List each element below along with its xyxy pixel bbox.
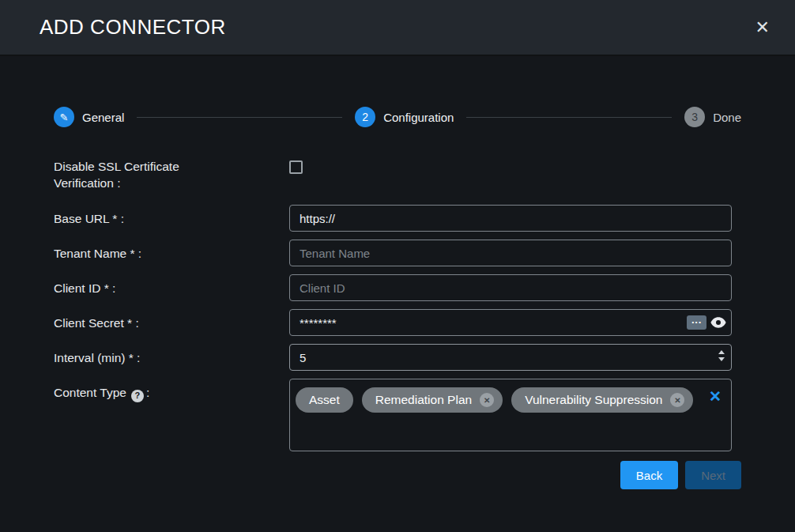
stepper: ✎ General 2 Configuration 3 Done — [54, 107, 741, 127]
interval-input[interactable] — [289, 344, 732, 371]
step-done: 3 Done — [684, 107, 741, 127]
next-button[interactable]: Next — [685, 461, 741, 489]
step-configuration-label: Configuration — [383, 111, 454, 124]
ellipsis-icon: ··· — [691, 316, 702, 328]
content-type-label-text: Content Type — [54, 386, 126, 399]
content-type-row: Content Type?: Asset Remediation Plan ✕ — [54, 379, 741, 451]
eye-icon — [710, 319, 726, 330]
base-url-input[interactable] — [289, 205, 732, 232]
interval-stepper[interactable] — [717, 348, 726, 364]
interval-label: Interval (min) * : — [54, 344, 289, 366]
close-icon: ✕ — [755, 17, 770, 37]
back-button[interactable]: Back — [620, 461, 678, 489]
step-connector-line — [137, 117, 342, 118]
help-icon[interactable]: ? — [131, 390, 144, 402]
step-3-badge: 3 — [684, 107, 705, 127]
step-done-label: Done — [713, 111, 741, 124]
interval-field — [289, 344, 732, 371]
ssl-field — [289, 158, 732, 177]
tag-label: Vulnerability Suppression — [525, 393, 662, 407]
ssl-row: Disable SSL Certificate Verification : — [54, 158, 741, 191]
secret-more-button[interactable]: ··· — [687, 315, 706, 330]
chevron-down-icon[interactable] — [718, 357, 725, 361]
clear-icon: ✕ — [709, 388, 722, 405]
tag-label: Remediation Plan — [375, 393, 472, 407]
interval-row: Interval (min) * : — [54, 344, 741, 371]
step-2-badge: 2 — [355, 107, 375, 127]
step-connector-line — [466, 117, 672, 118]
chevron-up-icon[interactable] — [718, 350, 725, 354]
client-id-field — [289, 274, 732, 301]
tenant-name-field — [289, 240, 732, 266]
ssl-label: Disable SSL Certificate Verification : — [54, 158, 289, 191]
tag-remove-icon[interactable]: ✕ — [670, 393, 684, 407]
footer-actions: Back Next — [54, 461, 741, 489]
content-type-field: Asset Remediation Plan ✕ Vulnerability S… — [289, 379, 732, 451]
modal-body: ✎ General 2 Configuration 3 Done Disable… — [0, 56, 795, 532]
modal-title: ADD CONNECTOR — [40, 15, 226, 40]
modal-header: ADD CONNECTOR ✕ — [0, 0, 795, 56]
tag-asset[interactable]: Asset — [296, 387, 353, 413]
show-secret-button[interactable] — [710, 317, 726, 328]
client-id-label: Client ID * : — [54, 274, 289, 296]
ssl-checkbox[interactable] — [289, 160, 303, 174]
client-secret-label: Client Secret * : — [54, 309, 289, 331]
close-button[interactable]: ✕ — [755, 19, 770, 36]
tag-remove-icon[interactable]: ✕ — [480, 393, 494, 407]
client-secret-row: Client Secret * : ··· — [54, 309, 741, 336]
step-general-label: General — [82, 111, 124, 124]
tenant-name-label: Tenant Name * : — [54, 240, 289, 262]
tenant-name-row: Tenant Name * : — [54, 240, 741, 266]
tag-list: Asset Remediation Plan ✕ Vulnerability S… — [296, 387, 696, 413]
client-id-input[interactable] — [289, 274, 732, 301]
content-type-label: Content Type?: — [54, 379, 289, 402]
tag-vulnerability-suppression[interactable]: Vulnerability Suppression ✕ — [511, 387, 693, 413]
base-url-field — [289, 205, 732, 232]
tenant-name-input[interactable] — [289, 240, 732, 266]
tag-remediation-plan[interactable]: Remediation Plan ✕ — [362, 387, 503, 413]
pencil-icon: ✎ — [54, 107, 74, 127]
base-url-label: Base URL * : — [54, 205, 289, 227]
client-secret-field: ··· — [289, 309, 732, 336]
base-url-row: Base URL * : — [54, 205, 741, 232]
tag-label: Asset — [309, 393, 340, 407]
step-configuration[interactable]: 2 Configuration — [355, 107, 454, 127]
client-secret-input[interactable] — [289, 309, 732, 336]
clear-all-button[interactable]: ✕ — [709, 389, 722, 404]
content-type-colon: : — [146, 386, 149, 399]
content-type-multiselect[interactable]: Asset Remediation Plan ✕ Vulnerability S… — [289, 379, 732, 451]
client-id-row: Client ID * : — [54, 274, 741, 301]
add-connector-modal: ADD CONNECTOR ✕ ✎ General 2 Configuratio… — [0, 0, 795, 532]
connector-form: Disable SSL Certificate Verification : B… — [54, 158, 741, 489]
step-general[interactable]: ✎ General — [54, 107, 124, 127]
